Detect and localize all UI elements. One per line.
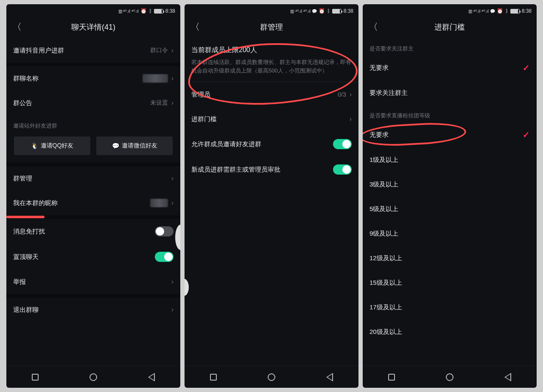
toggle-pin[interactable]	[155, 252, 174, 262]
row-my-nickname[interactable]: 我在本群的昵称 ›	[6, 191, 180, 215]
row-leave[interactable]: 退出群聊 ›	[6, 297, 180, 322]
status-network-icons: ▥ ⁴ᴳ.ıl ⁴ᴳ.ıl 💬	[468, 9, 495, 14]
option-label: 12级及以上	[369, 254, 402, 262]
row-label: 管理员	[191, 91, 210, 99]
android-navbar	[363, 366, 537, 388]
row-announcement[interactable]: 群公告 未设置›	[6, 91, 180, 115]
option-label: 15级及以上	[369, 279, 402, 287]
toggle-mute[interactable]	[155, 226, 174, 236]
option-level-17[interactable]: 17级及以上	[363, 295, 537, 320]
row-threshold[interactable]: 进群门槛 ›	[185, 107, 358, 131]
alarm-icon: ⏰	[319, 8, 325, 14]
android-navbar	[6, 366, 180, 388]
option-level-3[interactable]: 3级及以上	[363, 172, 537, 197]
battery-icon	[332, 9, 341, 14]
row-need-approval[interactable]: 新成员进群需群主或管理员审批	[185, 157, 358, 182]
nav-back-icon[interactable]	[504, 373, 511, 381]
row-label: 群管理	[13, 175, 32, 183]
nav-back-icon[interactable]	[326, 373, 333, 381]
invite-qq-button[interactable]: 🐧 邀请QQ好友	[14, 136, 90, 155]
back-button[interactable]: 〈	[12, 21, 22, 33]
status-time: 8:38	[344, 8, 353, 14]
section-fanclub-level: 是否要求直播粉丝团等级	[363, 105, 537, 122]
row-label: 邀请抖音用户进群	[13, 47, 64, 55]
back-button[interactable]: 〈	[369, 21, 378, 33]
option-label: 1级及以上	[369, 156, 398, 164]
row-value: 未设置	[150, 99, 168, 107]
row-mute[interactable]: 消息免打扰	[6, 219, 180, 244]
status-time: 8:38	[522, 8, 532, 14]
page-title: 进群门槛	[363, 22, 537, 32]
invite-wechat-button[interactable]: 💬 邀请微信好友	[96, 136, 173, 155]
row-label: 举报	[13, 278, 26, 286]
screen-join-threshold: ▥ ⁴ᴳ.ıl ⁴ᴳ.ıl 💬 ⏰ ᛒ 8:38 〈 进群门槛 是否要求关注群主…	[363, 4, 537, 388]
row-value: 群口令	[150, 47, 168, 54]
battery-icon	[154, 9, 163, 14]
row-report[interactable]: 举报 ›	[6, 270, 180, 294]
option-require-follow[interactable]: 要求关注群主	[363, 81, 537, 105]
nav-home-icon[interactable]	[268, 373, 275, 381]
option-label: 17级及以上	[369, 303, 402, 311]
nav-home-icon[interactable]	[446, 373, 453, 381]
section-caption-invite-external: 邀请站外好友进群	[6, 115, 180, 132]
option-level-none[interactable]: 无要求 ✓	[363, 122, 537, 147]
nav-home-icon[interactable]	[90, 373, 97, 381]
button-label: 邀请微信好友	[122, 142, 157, 150]
toggle-need-approval[interactable]	[333, 164, 352, 175]
nav-recent-icon[interactable]	[210, 374, 217, 381]
nav-recent-icon[interactable]	[32, 374, 39, 381]
row-invite-douyin[interactable]: 邀请抖音用户进群 群口令›	[6, 38, 180, 63]
member-limit-info: 当前群成员上限200人 若本群连续活跃、群成员数量增长、群主与本群无违规记录，即…	[185, 38, 358, 82]
row-allow-invite[interactable]: 允许群成员邀请好友进群	[185, 131, 358, 157]
header: 〈 聊天详情(41)	[6, 16, 180, 38]
row-label: 置顶聊天	[13, 253, 39, 261]
button-label: 邀请QQ好友	[41, 142, 74, 150]
info-description: 若本群连续活跃、群成员数量增长、群主与本群无违规记录，即有机会自动升级群成员上限…	[191, 58, 352, 75]
option-none-follow[interactable]: 无要求 ✓	[363, 55, 537, 81]
row-label: 消息免打扰	[13, 228, 45, 236]
option-level-20[interactable]: 20级及以上	[363, 320, 537, 344]
redacted-value	[150, 199, 168, 207]
status-time: 8:38	[165, 8, 175, 14]
section-follow-owner: 是否要求关注群主	[363, 38, 537, 55]
row-label: 我在本群的昵称	[13, 199, 58, 207]
option-level-9[interactable]: 9级及以上	[363, 221, 537, 246]
option-level-1[interactable]: 1级及以上	[363, 147, 537, 172]
bluetooth-icon: ᛒ	[327, 8, 330, 14]
android-navbar	[185, 366, 358, 388]
status-bar: ▥ ⁴ᴳ.ıl ⁴ᴳ.ıl 💬 ⏰ ᛒ 8:38	[185, 4, 358, 16]
option-label: 5级及以上	[369, 205, 398, 213]
option-level-15[interactable]: 15级及以上	[363, 270, 537, 295]
option-label: 20级及以上	[369, 328, 402, 336]
option-level-5[interactable]: 5级及以上	[363, 197, 537, 221]
option-label: 要求关注群主	[369, 89, 408, 97]
header: 〈 群管理	[185, 16, 358, 38]
chevron-right-icon: ›	[171, 175, 174, 182]
page-title: 聊天详情(41)	[6, 22, 180, 32]
bluetooth-icon: ᛒ	[149, 8, 152, 14]
toggle-allow-invite[interactable]	[333, 139, 352, 149]
chevron-right-icon: ›	[171, 75, 174, 82]
bluetooth-icon: ᛒ	[505, 8, 508, 14]
row-label: 允许群成员邀请好友进群	[191, 140, 261, 148]
alarm-icon: ⏰	[497, 8, 503, 14]
page-title: 群管理	[185, 22, 358, 32]
chevron-right-icon: ›	[171, 47, 174, 54]
chevron-right-icon: ›	[171, 306, 174, 314]
row-admin[interactable]: 管理员 0/3›	[185, 82, 358, 107]
header: 〈 进群门槛	[363, 16, 537, 38]
status-bar: ▥ ⁴ᴳ.ıl ⁴ᴳ.ıl ⏰ ᛒ 8:38	[6, 4, 180, 16]
option-level-12[interactable]: 12级及以上	[363, 246, 537, 270]
option-label: 3级及以上	[369, 181, 398, 189]
nav-recent-icon[interactable]	[388, 374, 395, 381]
redacted-value	[143, 74, 168, 83]
back-button[interactable]: 〈	[190, 21, 200, 33]
info-title: 当前群成员上限200人	[191, 46, 352, 55]
row-group-manage[interactable]: 群管理 ›	[6, 166, 180, 191]
chevron-right-icon: ›	[350, 115, 352, 123]
option-label: 无要求	[369, 64, 389, 72]
row-label: 群聊名称	[13, 75, 39, 83]
row-group-name[interactable]: 群聊名称 ›	[6, 66, 180, 91]
nav-back-icon[interactable]	[148, 373, 155, 381]
row-pin[interactable]: 置顶聊天	[6, 244, 180, 270]
